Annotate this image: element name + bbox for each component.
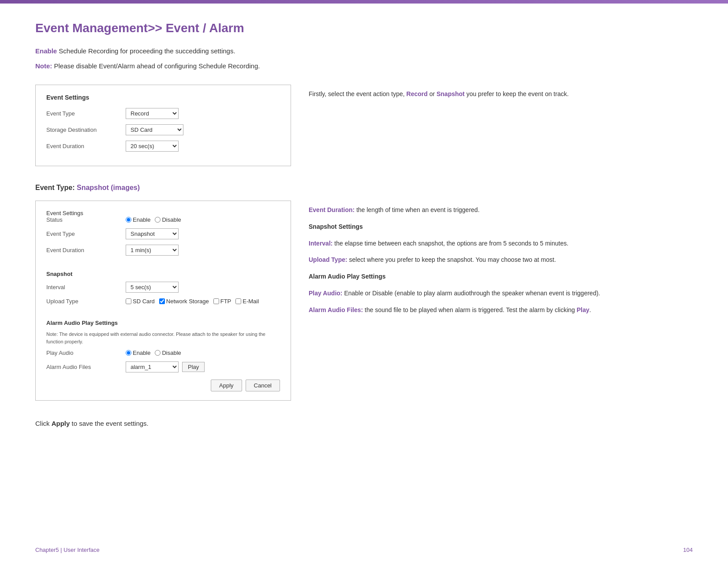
upload-email-text: E-Mail — [243, 298, 259, 305]
upload-ftp-label[interactable]: FTP — [213, 298, 231, 305]
status-enable-label[interactable]: Enable — [126, 216, 150, 223]
storage-destination-label: Storage Destination — [46, 127, 126, 133]
snapshot-settings-box: Event Settings Status Enable Disable — [35, 201, 291, 401]
status-enable-radio[interactable] — [126, 217, 131, 223]
alarm-heading-text: Alarm Audio Play Settings — [309, 273, 386, 280]
event-duration-para: Event Duration: the length of time when … — [309, 205, 693, 216]
snapshot-event-type-row: Event Type Snapshot Record — [46, 228, 280, 239]
interval-para: Interval: the elapse time between each s… — [309, 238, 693, 249]
footer-left: Chapter5 | User Interface — [35, 547, 100, 553]
play-audio-enable-text: Enable — [133, 350, 150, 356]
alarm-files-row: Alarm Audio Files alarm_1 alarm_2 Play — [46, 361, 280, 372]
status-label: Status — [46, 216, 126, 223]
alarm-files-select[interactable]: alarm_1 alarm_2 — [126, 361, 179, 372]
snapshot-event-duration-label: Event Duration — [46, 247, 126, 253]
event-type-label: Event Type — [46, 110, 126, 117]
play-audio-para: Play Audio: Enable or Disable (enable to… — [309, 288, 693, 299]
event-duration-label: Event Duration — [46, 143, 126, 149]
status-disable-label[interactable]: Disable — [155, 216, 181, 223]
status-disable-text: Disable — [162, 216, 181, 223]
event-duration-row: Event Duration 20 sec(s) 30 sec(s) 1 min… — [46, 141, 280, 152]
upload-sd-checkbox[interactable] — [126, 298, 131, 304]
snapshot-settings-heading: Snapshot Settings — [309, 222, 693, 232]
upload-email-checkbox[interactable] — [235, 298, 241, 304]
play-audio-disable-radio[interactable] — [155, 350, 161, 356]
play-audio-enable-radio[interactable] — [126, 350, 131, 356]
play-audio-disable-label[interactable]: Disable — [155, 350, 181, 356]
storage-destination-value: SD Card FTP Network Storage — [126, 124, 183, 135]
upload-ftp-checkbox[interactable] — [213, 298, 219, 304]
click-apply-suffix: to save the event settings. — [70, 420, 148, 427]
interval-label-text: Interval: — [309, 240, 332, 247]
cancel-button[interactable]: Cancel — [246, 380, 280, 391]
interval-label: Interval — [46, 284, 126, 290]
click-apply-prefix: Click — [35, 420, 52, 427]
button-row: Apply Cancel — [46, 380, 280, 391]
play-audio-enable-label[interactable]: Enable — [126, 350, 150, 356]
record-highlight: Record — [407, 90, 428, 97]
event-duration-select[interactable]: 20 sec(s) 30 sec(s) 1 min(s) — [126, 141, 179, 152]
upload-network-checkbox[interactable] — [159, 298, 165, 304]
event-duration-desc: the length of time when an event is trig… — [356, 206, 479, 213]
event-duration-value: 20 sec(s) 30 sec(s) 1 min(s) — [126, 141, 179, 152]
play-audio-label-text: Play Audio: — [309, 290, 343, 297]
upload-ftp-text: FTP — [220, 298, 231, 305]
interval-row: Interval 5 sec(s) 10 sec(s) 30 sec(s) 1 … — [46, 282, 280, 293]
storage-destination-select[interactable]: SD Card FTP Network Storage — [126, 124, 183, 135]
alarm-section-title: Alarm Audio Play Settings — [46, 320, 280, 326]
upload-email-label[interactable]: E-Mail — [235, 298, 259, 305]
enable-highlight: Enable — [35, 47, 57, 55]
upload-type-desc: select where you prefer to keep the snap… — [349, 256, 556, 263]
page-title: Event Management>> Event / Alarm — [35, 21, 693, 35]
upload-network-label[interactable]: Network Storage — [159, 298, 209, 305]
upload-type-row: Upload Type SD Card Network Storage F — [46, 298, 280, 305]
snapshot-event-duration-row: Event Duration 1 min(s) 30 sec(s) 20 sec… — [46, 245, 280, 256]
snapshot-subsection-title: Snapshot — [46, 271, 280, 277]
play-audio-value: Enable Disable — [126, 350, 181, 356]
apply-button[interactable]: Apply — [211, 380, 242, 391]
top-bar — [0, 0, 728, 4]
snapshot-event-type-select[interactable]: Snapshot Record — [126, 228, 179, 239]
second-section: Event Settings Status Enable Disable — [35, 201, 693, 401]
note-text: Note: Please disable Event/Alarm ahead o… — [35, 61, 693, 71]
intro-body: Schedule Recording for proceeding the su… — [57, 47, 235, 55]
upload-sd-label[interactable]: SD Card — [126, 298, 155, 305]
note-highlight: Note: — [35, 62, 52, 70]
click-apply-bold: Apply — [52, 420, 70, 427]
upload-type-label: Upload Type — [46, 298, 126, 305]
upload-type-para: Upload Type: select where you prefer to … — [309, 255, 693, 265]
upload-type-label-text: Upload Type: — [309, 256, 347, 263]
second-right: Event Duration: the length of time when … — [309, 201, 693, 401]
status-value: Enable Disable — [126, 216, 181, 223]
first-box-title: Event Settings — [46, 94, 280, 101]
snapshot-event-type-label: Event Type — [46, 231, 126, 237]
event-duration-label-text: Event Duration: — [309, 206, 355, 213]
play-audio-row: Play Audio Enable Disable — [46, 350, 280, 356]
event-type-value: Record Snapshot — [126, 108, 179, 119]
intro-text: Enable Schedule Recording for proceeding… — [35, 46, 693, 56]
event-type-row: Event Type Record Snapshot — [46, 108, 280, 119]
snapshot-event-type-value: Snapshot Record — [126, 228, 179, 239]
status-enable-text: Enable — [133, 216, 150, 223]
play-button[interactable]: Play — [182, 362, 205, 372]
note-body: Please disable Event/Alarm ahead of conf… — [52, 62, 260, 70]
status-row: Status Enable Disable — [46, 216, 280, 223]
first-left: Event Settings Event Type Record Snapsho… — [35, 85, 291, 166]
event-type-heading-prefix: Event Type: — [35, 184, 77, 191]
event-type-heading: Event Type: Snapshot (images) — [35, 184, 693, 192]
alarm-files-para: Alarm Audio Files: the sound file to be … — [309, 305, 693, 316]
storage-destination-row: Storage Destination SD Card FTP Network … — [46, 124, 280, 135]
snapshot-event-duration-select[interactable]: 1 min(s) 30 sec(s) 20 sec(s) — [126, 245, 179, 256]
play-audio-desc: Enable or Disable (enable to play alarm … — [344, 290, 600, 297]
snapshot-event-duration-value: 1 min(s) 30 sec(s) 20 sec(s) — [126, 245, 179, 256]
alarm-files-desc2: . — [590, 306, 591, 313]
alarm-note: Note: The device is equipped with extern… — [46, 331, 280, 345]
event-type-select[interactable]: Record Snapshot — [126, 108, 179, 119]
play-audio-disable-text: Disable — [162, 350, 181, 356]
footer-right: 104 — [683, 547, 693, 553]
second-right-text: Event Duration: the length of time when … — [309, 205, 693, 316]
alarm-play-link: Play — [577, 306, 590, 313]
interval-select[interactable]: 5 sec(s) 10 sec(s) 30 sec(s) 1 min(s) 5 … — [126, 282, 179, 293]
status-disable-radio[interactable] — [155, 217, 161, 223]
page-content: Event Management>> Event / Alarm Enable … — [0, 4, 728, 464]
